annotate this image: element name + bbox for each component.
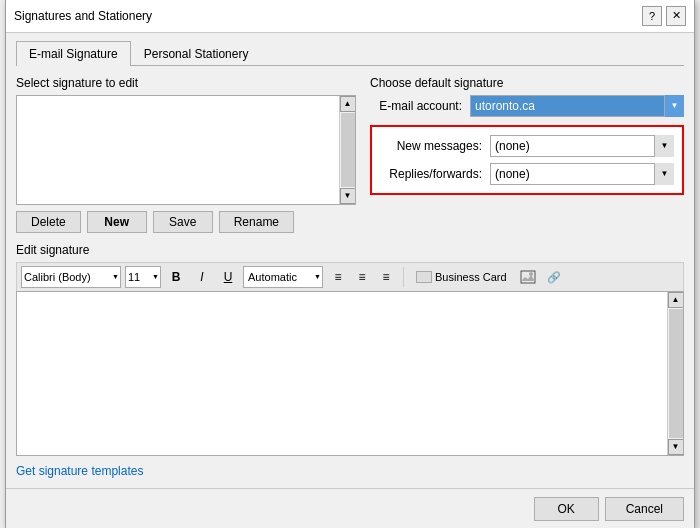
email-account-label: E-mail account:: [370, 99, 470, 113]
new-messages-select-wrapper: (none) ▼: [490, 135, 674, 157]
edit-scroll-down-btn[interactable]: ▼: [668, 439, 684, 455]
toolbar-divider: [403, 267, 404, 287]
scroll-down-btn[interactable]: ▼: [340, 188, 356, 204]
align-buttons: ≡ ≡ ≡: [327, 266, 397, 288]
email-account-row: E-mail account: utoronto.ca ▼: [370, 95, 684, 117]
get-templates-link[interactable]: Get signature templates: [16, 464, 143, 478]
replies-forwards-row: Replies/forwards: (none) ▼: [380, 163, 674, 185]
cancel-button[interactable]: Cancel: [605, 497, 684, 521]
email-account-select[interactable]: utoronto.ca: [470, 95, 684, 117]
font-select[interactable]: Calibri (Body): [21, 266, 121, 288]
font-select-wrapper: Calibri (Body) ▼: [21, 266, 121, 288]
title-bar-controls: ? ✕: [642, 6, 686, 26]
align-left-button[interactable]: ≡: [327, 266, 349, 288]
insert-image-button[interactable]: [517, 266, 539, 288]
signature-buttons: Delete New Save Rename: [16, 211, 356, 233]
scroll-thumb: [341, 113, 355, 187]
right-column: Choose default signature E-mail account:…: [370, 76, 684, 233]
rename-button[interactable]: Rename: [219, 211, 294, 233]
dialog-footer: OK Cancel: [6, 488, 694, 529]
business-card-label: Business Card: [435, 271, 507, 283]
dialog-body: E-mail Signature Personal Stationery Sel…: [6, 33, 694, 488]
image-icon: [520, 270, 536, 284]
tab-bar: E-mail Signature Personal Stationery: [16, 41, 684, 66]
tab-email-signature[interactable]: E-mail Signature: [16, 41, 131, 66]
title-bar: Signatures and Stationery ? ✕: [6, 0, 694, 33]
close-button[interactable]: ✕: [666, 6, 686, 26]
sig-list-scrollbar: ▲ ▼: [339, 96, 355, 204]
bold-button[interactable]: B: [165, 266, 187, 288]
edit-sig-scrollbar: ▲ ▼: [667, 292, 683, 455]
edit-signature-area[interactable]: ▲ ▼: [16, 291, 684, 456]
svg-marker-1: [521, 275, 535, 281]
edit-sig-label: Edit signature: [16, 243, 684, 257]
left-column: Select signature to edit ▲ ▼ Delete New …: [16, 76, 356, 233]
hyperlink-icon: 🔗: [546, 270, 562, 284]
italic-button[interactable]: I: [191, 266, 213, 288]
ok-button[interactable]: OK: [534, 497, 599, 521]
underline-button[interactable]: U: [217, 266, 239, 288]
svg-text:🔗: 🔗: [547, 270, 561, 284]
color-select[interactable]: Automatic: [243, 266, 323, 288]
business-card-icon: [416, 271, 432, 283]
align-right-button[interactable]: ≡: [375, 266, 397, 288]
help-button[interactable]: ?: [642, 6, 662, 26]
save-button[interactable]: Save: [153, 211, 213, 233]
replies-forwards-select-wrapper: (none) ▼: [490, 163, 674, 185]
edit-signature-section: Edit signature Calibri (Body) ▼ 11 ▼: [16, 243, 684, 456]
edit-signature-toolbar: Calibri (Body) ▼ 11 ▼ B I U: [16, 262, 684, 291]
svg-point-2: [529, 272, 533, 276]
replies-forwards-select[interactable]: (none): [490, 163, 674, 185]
choose-sig-label: Choose default signature: [370, 76, 684, 90]
font-size-select[interactable]: 11: [125, 266, 161, 288]
hyperlink-button[interactable]: 🔗: [543, 266, 565, 288]
business-card-button[interactable]: Business Card: [410, 268, 513, 286]
font-size-select-wrapper: 11 ▼: [125, 266, 161, 288]
new-messages-row: New messages: (none) ▼: [380, 135, 674, 157]
get-templates-section: Get signature templates: [16, 464, 684, 478]
replies-forwards-label: Replies/forwards:: [380, 167, 490, 181]
align-center-button[interactable]: ≡: [351, 266, 373, 288]
tab-personal-stationery[interactable]: Personal Stationery: [131, 41, 262, 66]
select-sig-label: Select signature to edit: [16, 76, 356, 90]
main-columns: Select signature to edit ▲ ▼ Delete New …: [16, 76, 684, 233]
new-messages-select[interactable]: (none): [490, 135, 674, 157]
edit-scroll-up-btn[interactable]: ▲: [668, 292, 684, 308]
scroll-up-btn[interactable]: ▲: [340, 96, 356, 112]
choose-sig-box: New messages: (none) ▼ Replies/forwards:: [370, 125, 684, 195]
edit-scroll-thumb: [669, 309, 683, 438]
signature-list[interactable]: ▲ ▼: [16, 95, 356, 205]
new-button[interactable]: New: [87, 211, 147, 233]
new-messages-label: New messages:: [380, 139, 490, 153]
dialog-title: Signatures and Stationery: [14, 9, 152, 23]
signatures-and-stationery-dialog: Signatures and Stationery ? ✕ E-mail Sig…: [5, 0, 695, 528]
svg-rect-0: [521, 271, 535, 283]
color-select-wrapper: Automatic ▼: [243, 266, 323, 288]
delete-button[interactable]: Delete: [16, 211, 81, 233]
email-account-select-wrapper: utoronto.ca ▼: [470, 95, 684, 117]
